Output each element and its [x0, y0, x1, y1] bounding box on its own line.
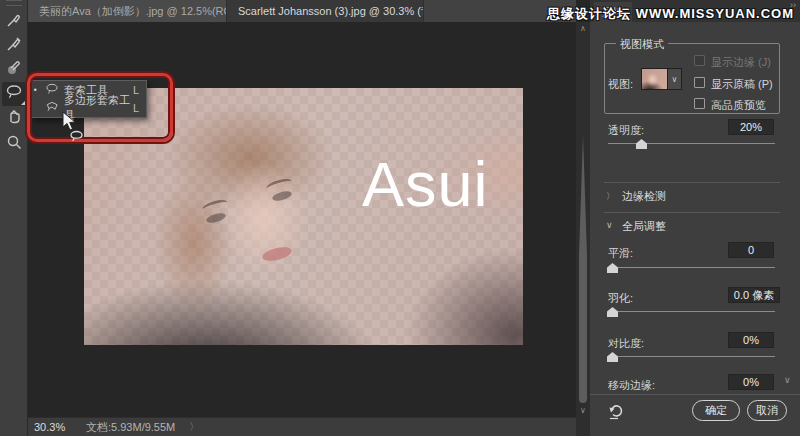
- high-quality-preview-label: 高品质预览: [711, 98, 766, 113]
- document-size-info: 文档:5.93M/9.55M: [86, 420, 175, 435]
- zoom-tool-button[interactable]: [2, 132, 26, 156]
- contrast-slider[interactable]: [608, 356, 775, 357]
- lasso-tool-icon: [45, 82, 64, 98]
- scrollbar-thumb[interactable]: [579, 135, 587, 403]
- shift-edge-label: 移动边缘:: [608, 378, 655, 393]
- tool-flyout-indicator: [21, 101, 25, 105]
- smooth-value-field[interactable]: 0: [728, 242, 774, 258]
- view-dropdown-chevron-icon[interactable]: ∨: [668, 68, 682, 90]
- menu-item-shortcut: L: [133, 84, 139, 96]
- brush-tool-icon: [5, 59, 23, 81]
- high-quality-preview-checkbox[interactable]: [694, 98, 705, 109]
- menu-item-shortcut: L: [133, 102, 139, 114]
- scroll-up-icon[interactable]: ∧: [576, 24, 590, 33]
- transparency-label: 透明度:: [608, 123, 644, 138]
- selected-tool-bullet: ▪: [34, 85, 37, 94]
- contrast-label: 对比度:: [608, 336, 644, 351]
- transparency-slider-thumb[interactable]: [636, 139, 647, 149]
- section-global-adjust[interactable]: 全局调整: [622, 219, 666, 234]
- feather-slider-thumb[interactable]: [607, 307, 618, 317]
- smooth-slider-thumb[interactable]: [607, 263, 618, 273]
- panel-button-bar: 确定 取消: [590, 394, 800, 436]
- zoom-tool-icon: [5, 133, 23, 155]
- tab-title: 美丽的Ava（加倒影）.jpg @ 12.5%(RGB/8#): [39, 4, 227, 19]
- edge-detection-chevron-icon[interactable]: 〉: [606, 190, 615, 203]
- refine-edge-toolbar: [0, 0, 28, 436]
- status-bar: 30.3% 文档:5.93M/9.55M 〉: [28, 417, 576, 436]
- tab-document-2[interactable]: Scarlett Johansson (3).jpg @ 30.3% (背景, …: [227, 0, 424, 22]
- transparency-slider[interactable]: [608, 143, 775, 144]
- panel-scroll-down-icon[interactable]: ∨: [784, 375, 791, 385]
- section-edge-detection[interactable]: 边缘检测: [622, 189, 666, 204]
- zoom-level-field[interactable]: 30.3%: [34, 421, 82, 433]
- feather-label: 羽化:: [608, 291, 633, 306]
- show-edge-checkbox[interactable]: [694, 55, 705, 66]
- view-mode-group-label: 视图模式: [616, 37, 668, 52]
- smooth-label: 平滑:: [608, 246, 633, 261]
- refine-radius-tool-button[interactable]: [2, 10, 26, 34]
- refine-radius-brush-icon: [5, 11, 23, 33]
- divider: [604, 212, 780, 213]
- cancel-button[interactable]: 取消: [747, 400, 787, 421]
- document-tab-bar: 美丽的Ava（加倒影）.jpg @ 12.5%(RGB/8#) × Scarle…: [28, 0, 576, 22]
- tab-document-1[interactable]: 美丽的Ava（加倒影）.jpg @ 12.5%(RGB/8#) ×: [28, 0, 227, 22]
- feather-value-field[interactable]: 0.0 像素: [728, 287, 780, 303]
- show-original-checkbox[interactable]: [694, 77, 705, 88]
- global-adjust-chevron-icon[interactable]: ∨: [606, 220, 613, 230]
- brush-tool-button[interactable]: [2, 58, 26, 82]
- erase-refinements-brush-icon: [5, 35, 23, 57]
- lasso-tool-button[interactable]: [2, 82, 26, 106]
- shift-edge-value-field[interactable]: 0%: [728, 374, 774, 390]
- contrast-value-field[interactable]: 0%: [728, 332, 774, 348]
- reset-button[interactable]: [606, 402, 626, 422]
- transparency-value-field[interactable]: 20%: [728, 119, 774, 135]
- watermark-text: 思缘设计论坛 WWW.MISSYUAN.COM: [547, 5, 794, 23]
- show-edge-label: 显示边缘 (J): [711, 55, 771, 70]
- mouse-cursor-icon: [55, 110, 89, 146]
- show-original-label: 显示原稿 (P): [711, 77, 773, 92]
- erase-refinements-tool-button[interactable]: [2, 34, 26, 58]
- hand-tool-button[interactable]: [2, 106, 26, 130]
- hand-tool-icon: [5, 107, 23, 129]
- panel-collapse-icon[interactable]: ››: [790, 0, 796, 10]
- tab-title: Scarlett Johansson (3).jpg @ 30.3% (背景, …: [238, 4, 424, 19]
- photoshop-window: 美丽的Ava（加倒影）.jpg @ 12.5%(RGB/8#) × Scarle…: [0, 0, 800, 436]
- panel-scrollbar[interactable]: ∧ ∨: [576, 22, 590, 436]
- view-label: 视图:: [608, 77, 633, 92]
- contrast-slider-thumb[interactable]: [607, 352, 618, 362]
- toolbar-grip: [6, 0, 22, 6]
- canvas-overlay-text: Asui: [362, 148, 489, 220]
- scroll-down-icon[interactable]: ∨: [576, 406, 590, 415]
- ok-button[interactable]: 确定: [692, 400, 740, 421]
- image-canvas[interactable]: Asui: [84, 88, 523, 345]
- properties-panel: 属性 视图模式 显示边缘 (J) 视图: ∨ 显示原稿 (P) 高品质预览 透明…: [590, 0, 800, 436]
- divider: [604, 182, 780, 183]
- view-mode-thumbnail[interactable]: [641, 68, 668, 90]
- status-bar-expand-icon[interactable]: 〉: [189, 420, 199, 434]
- feather-slider[interactable]: [608, 311, 775, 312]
- smooth-slider[interactable]: [608, 267, 775, 268]
